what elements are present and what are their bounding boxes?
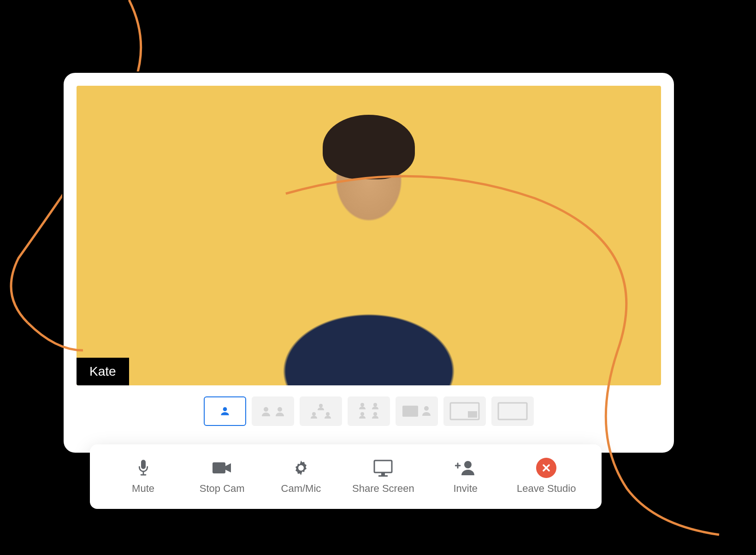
mute-button[interactable]: Mute	[116, 459, 171, 495]
svg-point-2	[278, 407, 282, 412]
cam-mic-button[interactable]: Cam/Mic	[273, 459, 329, 495]
svg-rect-15	[141, 460, 146, 469]
control-toolbar: Mute Stop Cam Cam/Mic Share Screen Invit…	[90, 444, 602, 509]
svg-point-8	[360, 412, 364, 416]
mic-icon	[136, 459, 150, 477]
svg-point-17	[298, 465, 304, 471]
svg-point-1	[264, 407, 268, 412]
participant-avatar	[164, 101, 573, 386]
layout-option-2up[interactable]	[252, 396, 294, 426]
mute-label: Mute	[132, 483, 154, 495]
svg-rect-16	[213, 462, 225, 473]
participant-name-badge: Kate	[77, 358, 129, 385]
svg-point-11	[424, 406, 429, 411]
pip-icon	[449, 401, 481, 421]
svg-point-6	[360, 403, 364, 407]
video-stage: Kate	[77, 86, 661, 385]
svg-point-5	[326, 412, 330, 416]
svg-rect-10	[402, 406, 418, 417]
svg-rect-13	[468, 411, 477, 418]
svg-rect-19	[381, 472, 385, 475]
participant-video-kate[interactable]: Kate	[77, 86, 661, 385]
layout-option-pip[interactable]	[443, 396, 486, 426]
svg-point-3	[319, 404, 323, 407]
layout-selector	[64, 396, 674, 426]
screen-plus-person-icon	[401, 402, 433, 420]
svg-rect-18	[374, 461, 392, 472]
share-screen-label: Share Screen	[352, 483, 414, 495]
svg-point-4	[312, 412, 316, 416]
close-icon	[536, 459, 556, 477]
layout-option-3up[interactable]	[300, 396, 342, 426]
gear-icon	[292, 459, 310, 477]
svg-point-21	[464, 461, 472, 468]
stop-cam-button[interactable]: Stop Cam	[195, 459, 250, 495]
fullscreen-icon	[496, 401, 529, 421]
invite-button[interactable]: Invite	[438, 459, 493, 495]
leave-label: Leave Studio	[517, 483, 576, 495]
person-icon	[219, 405, 231, 417]
three-person-icon	[307, 402, 335, 420]
camera-icon	[212, 459, 233, 477]
layout-option-1plus1[interactable]	[396, 396, 438, 426]
layout-option-single[interactable]	[204, 396, 246, 426]
stop-cam-label: Stop Cam	[200, 483, 245, 495]
studio-window: Kate	[62, 71, 675, 454]
leave-studio-button[interactable]: Leave Studio	[517, 459, 576, 495]
add-user-icon	[455, 459, 476, 477]
screen-icon	[373, 459, 393, 477]
cam-mic-label: Cam/Mic	[281, 483, 321, 495]
layout-option-screen[interactable]	[491, 396, 534, 426]
svg-point-0	[223, 407, 227, 411]
svg-point-9	[373, 412, 377, 416]
invite-label: Invite	[454, 483, 478, 495]
layout-option-4grid[interactable]	[348, 396, 390, 426]
svg-point-7	[373, 403, 377, 407]
svg-rect-20	[378, 475, 388, 477]
share-screen-button[interactable]: Share Screen	[352, 459, 414, 495]
four-person-icon	[355, 401, 383, 421]
svg-rect-14	[498, 403, 527, 419]
two-person-icon	[259, 404, 287, 418]
